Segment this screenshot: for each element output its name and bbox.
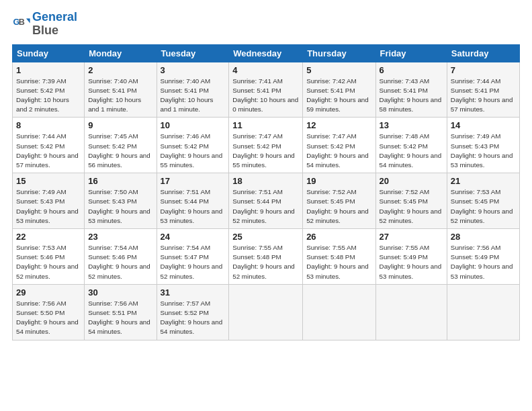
day-info: Sunrise: 7:53 AMSunset: 5:45 PMDaylight:… (451, 187, 516, 226)
day-info: Sunrise: 7:56 AMSunset: 5:51 PMDaylight:… (88, 299, 152, 337)
day-info: Sunrise: 7:56 AMSunset: 5:50 PMDaylight:… (16, 299, 81, 337)
day-info: Sunrise: 7:48 AMSunset: 5:42 PMDaylight:… (380, 132, 443, 170)
logo-icon: G B (12, 15, 31, 34)
day-info: Sunrise: 7:47 AMSunset: 5:42 PMDaylight:… (232, 132, 299, 170)
logo-line1: General (32, 10, 77, 24)
col-header-wednesday: Wednesday (229, 44, 303, 62)
day-info: Sunrise: 7:45 AMSunset: 5:42 PMDaylight:… (88, 132, 152, 170)
day-info: Sunrise: 7:55 AMSunset: 5:49 PMDaylight:… (380, 243, 443, 281)
day-number: 9 (88, 120, 152, 130)
col-header-saturday: Saturday (447, 44, 519, 62)
day-number: 13 (380, 120, 443, 130)
calendar-cell: 7 Sunrise: 7:44 AMSunset: 5:41 PMDayligh… (447, 62, 519, 118)
day-info: Sunrise: 7:52 AMSunset: 5:45 PMDaylight:… (306, 187, 371, 226)
day-info: Sunrise: 7:49 AMSunset: 5:43 PMDaylight:… (451, 132, 516, 170)
day-info: Sunrise: 7:44 AMSunset: 5:41 PMDaylight:… (451, 77, 516, 115)
calendar-cell: 18 Sunrise: 7:51 AMSunset: 5:44 PMDaylig… (229, 173, 303, 229)
calendar-cell: 4 Sunrise: 7:41 AMSunset: 5:41 PMDayligh… (229, 62, 303, 118)
day-info: Sunrise: 7:41 AMSunset: 5:41 PMDaylight:… (232, 77, 299, 115)
day-number: 12 (306, 120, 371, 130)
calendar-cell: 8 Sunrise: 7:44 AMSunset: 5:42 PMDayligh… (13, 118, 85, 173)
day-info: Sunrise: 7:39 AMSunset: 5:42 PMDaylight:… (16, 77, 81, 115)
day-number: 15 (16, 176, 81, 186)
calendar-week-row: 15 Sunrise: 7:49 AMSunset: 5:43 PMDaylig… (13, 173, 520, 229)
calendar-cell: 5 Sunrise: 7:42 AMSunset: 5:41 PMDayligh… (303, 62, 375, 118)
calendar-cell: 22 Sunrise: 7:53 AMSunset: 5:46 PMDaylig… (13, 229, 85, 285)
day-number: 16 (88, 176, 152, 186)
calendar-cell: 2 Sunrise: 7:40 AMSunset: 5:41 PMDayligh… (85, 62, 157, 118)
col-header-thursday: Thursday (303, 44, 375, 62)
day-number: 31 (161, 287, 226, 298)
calendar-cell: 28 Sunrise: 7:56 AMSunset: 5:49 PMDaylig… (447, 229, 519, 285)
calendar-week-row: 29 Sunrise: 7:56 AMSunset: 5:50 PMDaylig… (13, 284, 520, 340)
day-number: 3 (161, 65, 226, 75)
calendar-cell: 15 Sunrise: 7:49 AMSunset: 5:43 PMDaylig… (13, 173, 85, 229)
day-number: 7 (451, 65, 516, 75)
logo: G B General Blue (12, 11, 77, 38)
day-info: Sunrise: 7:44 AMSunset: 5:42 PMDaylight:… (16, 132, 81, 170)
day-number: 25 (232, 232, 299, 242)
day-number: 26 (306, 232, 371, 242)
day-info: Sunrise: 7:43 AMSunset: 5:41 PMDaylight:… (380, 77, 443, 115)
day-info: Sunrise: 7:46 AMSunset: 5:42 PMDaylight:… (161, 132, 226, 170)
day-number: 14 (451, 120, 516, 130)
calendar-cell: 19 Sunrise: 7:52 AMSunset: 5:45 PMDaylig… (303, 173, 375, 229)
day-number: 2 (88, 65, 152, 75)
col-header-friday: Friday (375, 44, 447, 62)
calendar-cell: 14 Sunrise: 7:49 AMSunset: 5:43 PMDaylig… (447, 118, 519, 173)
day-number: 10 (161, 120, 226, 130)
day-info: Sunrise: 7:53 AMSunset: 5:46 PMDaylight:… (16, 243, 81, 281)
day-number: 30 (88, 287, 152, 298)
calendar-cell (375, 284, 447, 340)
day-info: Sunrise: 7:47 AMSunset: 5:42 PMDaylight:… (306, 132, 371, 170)
calendar-cell: 26 Sunrise: 7:55 AMSunset: 5:48 PMDaylig… (303, 229, 375, 285)
day-info: Sunrise: 7:50 AMSunset: 5:43 PMDaylight:… (88, 187, 152, 226)
col-header-tuesday: Tuesday (157, 44, 229, 62)
calendar-cell: 11 Sunrise: 7:47 AMSunset: 5:42 PMDaylig… (229, 118, 303, 173)
col-header-sunday: Sunday (13, 44, 85, 62)
calendar-cell: 23 Sunrise: 7:54 AMSunset: 5:46 PMDaylig… (85, 229, 157, 285)
calendar-cell: 24 Sunrise: 7:54 AMSunset: 5:47 PMDaylig… (157, 229, 229, 285)
day-info: Sunrise: 7:57 AMSunset: 5:52 PMDaylight:… (161, 299, 226, 337)
calendar-cell: 1 Sunrise: 7:39 AMSunset: 5:42 PMDayligh… (13, 62, 85, 118)
header: G B General Blue (12, 11, 520, 38)
day-number: 23 (88, 232, 152, 242)
calendar-cell (447, 284, 519, 340)
day-number: 17 (161, 176, 226, 186)
calendar-cell: 16 Sunrise: 7:50 AMSunset: 5:43 PMDaylig… (85, 173, 157, 229)
calendar-week-row: 1 Sunrise: 7:39 AMSunset: 5:42 PMDayligh… (13, 62, 520, 118)
day-number: 8 (16, 120, 81, 130)
day-number: 20 (380, 176, 443, 186)
calendar-cell: 12 Sunrise: 7:47 AMSunset: 5:42 PMDaylig… (303, 118, 375, 173)
day-number: 4 (232, 65, 299, 75)
day-info: Sunrise: 7:54 AMSunset: 5:47 PMDaylight:… (161, 243, 226, 281)
day-info: Sunrise: 7:51 AMSunset: 5:44 PMDaylight:… (161, 187, 226, 226)
calendar-cell: 31 Sunrise: 7:57 AMSunset: 5:52 PMDaylig… (157, 284, 229, 340)
day-info: Sunrise: 7:40 AMSunset: 5:41 PMDaylight:… (88, 77, 152, 115)
day-number: 6 (380, 65, 443, 75)
calendar-table: SundayMondayTuesdayWednesdayThursdayFrid… (12, 44, 520, 340)
calendar-cell: 10 Sunrise: 7:46 AMSunset: 5:42 PMDaylig… (157, 118, 229, 173)
svg-text:B: B (19, 17, 25, 27)
svg-marker-2 (26, 18, 30, 23)
day-info: Sunrise: 7:42 AMSunset: 5:41 PMDaylight:… (306, 77, 371, 115)
day-info: Sunrise: 7:55 AMSunset: 5:48 PMDaylight:… (306, 243, 371, 281)
day-info: Sunrise: 7:54 AMSunset: 5:46 PMDaylight:… (88, 243, 152, 281)
calendar-week-row: 22 Sunrise: 7:53 AMSunset: 5:46 PMDaylig… (13, 229, 520, 285)
day-number: 21 (451, 176, 516, 186)
day-number: 24 (161, 232, 226, 242)
calendar-cell: 6 Sunrise: 7:43 AMSunset: 5:41 PMDayligh… (375, 62, 447, 118)
logo-line2: Blue (32, 24, 58, 37)
calendar-cell: 13 Sunrise: 7:48 AMSunset: 5:42 PMDaylig… (375, 118, 447, 173)
day-info: Sunrise: 7:51 AMSunset: 5:44 PMDaylight:… (232, 187, 299, 226)
day-info: Sunrise: 7:56 AMSunset: 5:49 PMDaylight:… (451, 243, 516, 281)
calendar-cell: 9 Sunrise: 7:45 AMSunset: 5:42 PMDayligh… (85, 118, 157, 173)
calendar-cell (229, 284, 303, 340)
day-info: Sunrise: 7:40 AMSunset: 5:41 PMDaylight:… (161, 77, 226, 115)
day-info: Sunrise: 7:52 AMSunset: 5:45 PMDaylight:… (380, 187, 443, 226)
day-number: 28 (451, 232, 516, 242)
calendar-cell (303, 284, 375, 340)
calendar-cell: 27 Sunrise: 7:55 AMSunset: 5:49 PMDaylig… (375, 229, 447, 285)
day-number: 29 (16, 287, 81, 298)
logo-text: General Blue (32, 11, 77, 38)
